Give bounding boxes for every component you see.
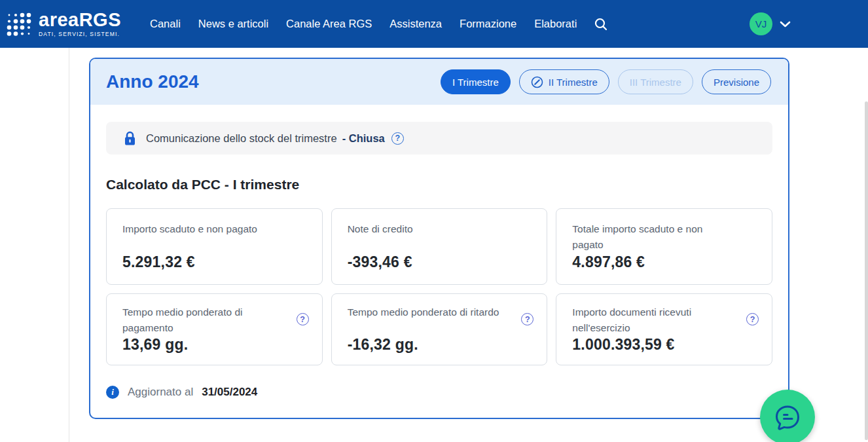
status-text: Comunicazione dello stock del trimestre [146, 132, 337, 145]
status-badge: - Chiusa [342, 132, 385, 145]
stat-card-importo-scaduto: Importo scaduto e non pagato 5.291,32 € [106, 208, 323, 285]
stat-label: Importo scaduto e non pagato [122, 221, 306, 237]
stat-value: 4.897,86 € [572, 253, 756, 271]
scrollbar-thumb[interactable] [865, 101, 868, 440]
edit-circle-icon [531, 76, 543, 88]
nav-item-canali[interactable]: Canali [150, 18, 181, 30]
page-left-divider [69, 48, 69, 442]
search-icon [594, 17, 608, 31]
stat-label: Tempo medio ponderato di pagamento [122, 304, 306, 336]
section-title: Calcolato da PCC - I trimestre [106, 177, 772, 193]
tab-label: III Trimestre [630, 77, 681, 88]
info-icon: i [106, 386, 119, 399]
tab-label: I Trimestre [452, 77, 499, 88]
stat-card-tempo-medio-ritardo: Tempo medio ponderato di ritardo -16,32 … [331, 293, 548, 365]
stat-value: -393,46 € [348, 253, 532, 271]
stat-card-tempo-medio-pagamento: Tempo medio ponderato di pagamento 13,69… [106, 293, 323, 365]
panel-header: Anno 2024 I Trimestre II Trimestre III T… [90, 59, 788, 105]
updated-at-label: Aggiornato al [128, 386, 193, 399]
stat-card-totale-importo-scaduto: Totale importo scaduto e non pagato 4.89… [556, 208, 772, 285]
stat-label: Totale importo scaduto e non pagato [572, 221, 756, 253]
search-button[interactable] [591, 14, 611, 34]
tab-label: II Trimestre [549, 77, 598, 88]
stat-value: 13,69 gg. [122, 336, 306, 354]
stats-grid: Importo scaduto e non pagato 5.291,32 € … [106, 208, 772, 365]
tab-iii-trimestre: III Trimestre [618, 69, 693, 94]
help-icon[interactable]: ? [746, 313, 759, 325]
nav-item-canale-area-rgs[interactable]: Canale Area RGS [286, 18, 372, 30]
chat-fab-button[interactable] [760, 390, 815, 442]
stat-card-note-di-credito: Note di credito -393,46 € [331, 208, 548, 285]
stat-label: Tempo medio ponderato di ritardo [348, 304, 532, 320]
nav-item-assistenza[interactable]: Assistenza [389, 18, 442, 30]
panel-body: Comunicazione dello stock del trimestre … [90, 105, 788, 399]
stat-label: Importo documenti ricevuti nell'esercizi… [572, 304, 756, 336]
anno-2024-panel: Anno 2024 I Trimestre II Trimestre III T… [89, 58, 789, 419]
avatar[interactable]: VJ [750, 12, 772, 35]
help-icon[interactable]: ? [391, 132, 404, 145]
user-menu[interactable]: VJ [750, 12, 791, 35]
main-navigation: Canali News e articoli Canale Area RGS A… [150, 18, 577, 30]
nav-item-formazione[interactable]: Formazione [460, 18, 516, 30]
page-title: Anno 2024 [106, 71, 199, 92]
nav-item-elaborati[interactable]: Elaborati [534, 18, 577, 30]
tab-i-trimestre[interactable]: I Trimestre [441, 69, 511, 94]
updated-at-date: 31/05/2024 [202, 386, 257, 399]
brand-dots-icon [5, 10, 33, 38]
chat-bubble-icon [772, 401, 803, 433]
updated-at-row: i Aggiornato al 31/05/2024 [106, 386, 772, 399]
help-icon[interactable]: ? [297, 313, 309, 325]
nav-item-news-e-articoli[interactable]: News e articoli [198, 18, 268, 30]
stat-card-importo-documenti-ricevuti: Importo documenti ricevuti nell'esercizi… [556, 293, 772, 365]
brand-tagline: DATI, SERVIZI, SISTEMI. [39, 31, 121, 37]
tab-label: Previsione [714, 77, 759, 88]
help-icon[interactable]: ? [521, 313, 533, 325]
chevron-down-icon [780, 21, 791, 28]
stat-value: 1.000.393,59 € [572, 336, 756, 354]
tab-previsione[interactable]: Previsione [702, 69, 771, 94]
brand-name: areaRGS [39, 10, 121, 29]
lock-closed-icon [123, 130, 137, 146]
communication-status-bar: Comunicazione dello stock del trimestre … [106, 122, 772, 155]
stat-value: -16,32 gg. [348, 336, 532, 354]
stat-value: 5.291,32 € [122, 253, 306, 271]
top-navbar: areaRGS DATI, SERVIZI, SISTEMI. Canali N… [0, 0, 868, 48]
trimester-tabs: I Trimestre II Trimestre III Trimestre P… [441, 69, 771, 94]
stat-label: Note di credito [348, 221, 532, 237]
tab-ii-trimestre[interactable]: II Trimestre [519, 69, 609, 94]
brand-logo[interactable]: areaRGS DATI, SERVIZI, SISTEMI. [5, 10, 121, 38]
